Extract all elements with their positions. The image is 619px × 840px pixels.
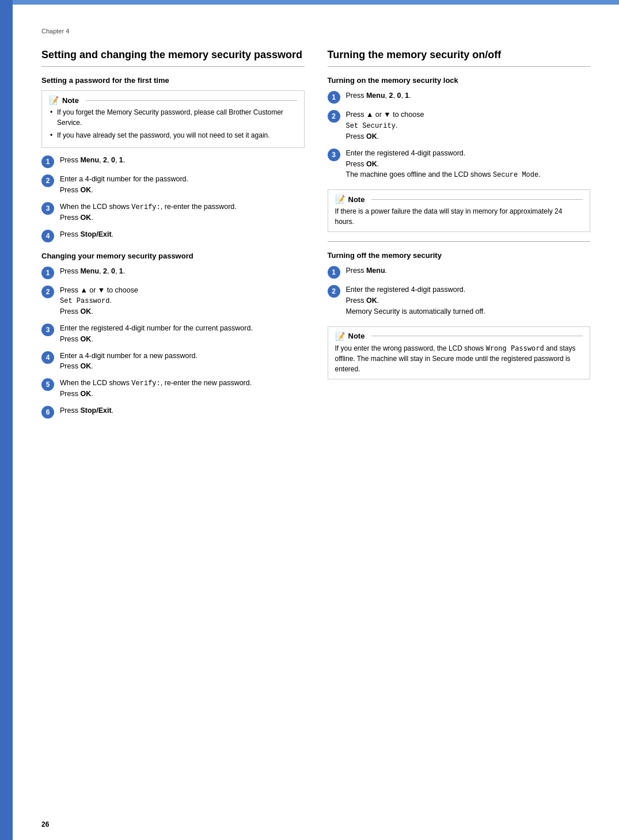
step-text-c2: Press ▲ or ▼ to chooseSet Password.Press… [60, 285, 138, 318]
step-text-off2: Enter the registered 4-digit password.Pr… [346, 284, 485, 317]
step-num-c3: 3 [41, 324, 54, 336]
note-icon: 📝 [49, 96, 59, 105]
step-text-on1: Press Menu, 2, 0, 1. [346, 90, 411, 101]
note-list: If you forget the Memory Security passwo… [49, 107, 297, 140]
step-num-2: 2 [41, 174, 54, 187]
step-num-c2: 2 [41, 286, 54, 298]
step-text-on3: Enter the registered 4-digit password.Pr… [346, 148, 541, 181]
step-text-c4: Enter a 4-digit number for a new passwor… [60, 351, 198, 373]
step-num-c6: 6 [41, 406, 54, 419]
step-item: 2 Press ▲ or ▼ to chooseSet Password.Pre… [41, 285, 305, 318]
note-header: 📝 Note [49, 96, 297, 105]
step-num-c1: 1 [41, 267, 54, 279]
step-text-c6: Press Stop/Exit. [60, 405, 113, 416]
first-time-subtitle: Setting a password for the first time [41, 76, 305, 85]
step-text-c3: Enter the registered 4-digit number for … [60, 323, 253, 345]
step-item: 3 Enter the registered 4-digit number fo… [41, 323, 305, 345]
on-subtitle: Turning on the memory security lock [328, 76, 591, 85]
step-text-3: When the LCD shows Verify:, re-enter the… [60, 202, 237, 223]
step-text-off1: Press Menu. [346, 265, 388, 276]
off-note-label: Note [348, 332, 365, 340]
chapter-label: Chapter 4 [41, 28, 590, 35]
step-item: 6 Press Stop/Exit. [41, 405, 305, 419]
off-note-box: 📝 Note If you enter the wrong password, … [328, 326, 591, 379]
step-text-4: Press Stop/Exit. [60, 229, 113, 240]
left-column: Setting and changing the memory security… [41, 48, 305, 428]
step-num-on2: 2 [328, 110, 340, 123]
off-note-content: If you enter the wrong password, the LCD… [335, 343, 583, 374]
note-content: If you forget the Memory Security passwo… [49, 107, 297, 140]
step-num-c5: 5 [41, 378, 54, 391]
off-divider [328, 241, 591, 242]
step-num-3: 3 [41, 202, 54, 215]
step-text-c1: Press Menu, 2, 0, 1. [60, 266, 125, 277]
on-note-icon: 📝 [335, 195, 345, 204]
note-item-2: If you have already set the password, yo… [49, 130, 297, 140]
page-number: 26 [41, 820, 49, 828]
off-note-icon: 📝 [335, 332, 345, 341]
on-note-label: Note [348, 195, 365, 204]
step-num-c4: 4 [41, 351, 54, 364]
left-divider [41, 66, 305, 67]
step-text-1: Press Menu, 2, 0, 1. [60, 155, 125, 166]
left-tab [0, 0, 13, 840]
changing-steps: 1 Press Menu, 2, 0, 1. 2 Press ▲ or ▼ to… [41, 266, 305, 419]
on-note-content: If there is a power failure the data wil… [335, 206, 583, 227]
note-item-1: If you forget the Memory Security passwo… [49, 107, 297, 128]
step-text-c5: When the LCD shows Verify:, re-enter the… [60, 378, 252, 400]
off-note-header: 📝 Note [335, 332, 583, 341]
note-label: Note [62, 96, 79, 105]
on-note-text: If there is a power failure the data wil… [335, 207, 563, 226]
first-time-steps: 1 Press Menu, 2, 0, 1. 2 Enter a 4-digit… [41, 155, 305, 242]
step-text-on2: Press ▲ or ▼ to chooseSet Security.Press… [346, 109, 424, 142]
step-item: 3 Enter the registered 4-digit password.… [328, 148, 591, 181]
right-section-title: Turning the memory security on/off [328, 48, 591, 62]
step-num-1: 1 [41, 155, 54, 168]
step-num-4: 4 [41, 230, 54, 242]
right-column: Turning the memory security on/off Turni… [328, 48, 591, 428]
on-steps: 1 Press Menu, 2, 0, 1. 2 Press ▲ or ▼ to… [328, 90, 591, 180]
changing-subtitle: Changing your memory security password [41, 252, 305, 260]
content-area: Chapter 4 Setting and changing the memor… [13, 5, 619, 840]
step-item: 3 When the LCD shows Verify:, re-enter t… [41, 202, 305, 223]
step-item: 4 Press Stop/Exit. [41, 229, 305, 242]
step-item: 2 Enter a 4-digit number for the passwor… [41, 174, 305, 196]
step-num-on1: 1 [328, 91, 340, 104]
step-item: 1 Press Menu, 2, 0, 1. [328, 90, 591, 104]
step-item: 5 When the LCD shows Verify:, re-enter t… [41, 378, 305, 400]
step-item: 2 Enter the registered 4-digit password.… [328, 284, 591, 317]
step-text-2: Enter a 4-digit number for the password.… [60, 174, 188, 196]
step-num-on3: 3 [328, 149, 340, 161]
off-steps: 1 Press Menu. 2 Enter the registered 4-d… [328, 265, 591, 317]
right-divider [328, 66, 591, 67]
on-note-box: 📝 Note If there is a power failure the d… [328, 189, 591, 232]
page: Chapter 4 Setting and changing the memor… [0, 0, 619, 840]
step-item: 4 Enter a 4-digit number for a new passw… [41, 351, 305, 373]
off-subtitle: Turning off the memory security [328, 251, 591, 260]
step-item: 2 Press ▲ or ▼ to chooseSet Security.Pre… [328, 109, 591, 142]
step-num-off2: 2 [328, 285, 340, 298]
step-item: 1 Press Menu, 2, 0, 1. [41, 266, 305, 279]
two-column-layout: Setting and changing the memory security… [41, 48, 590, 428]
top-bar [13, 0, 619, 5]
left-section-title: Setting and changing the memory security… [41, 48, 305, 62]
first-time-note-box: 📝 Note If you forget the Memory Security… [41, 90, 305, 148]
step-item: 1 Press Menu, 2, 0, 1. [41, 155, 305, 168]
step-item: 1 Press Menu. [328, 265, 591, 279]
step-num-off1: 1 [328, 266, 340, 279]
on-note-header: 📝 Note [335, 195, 583, 204]
